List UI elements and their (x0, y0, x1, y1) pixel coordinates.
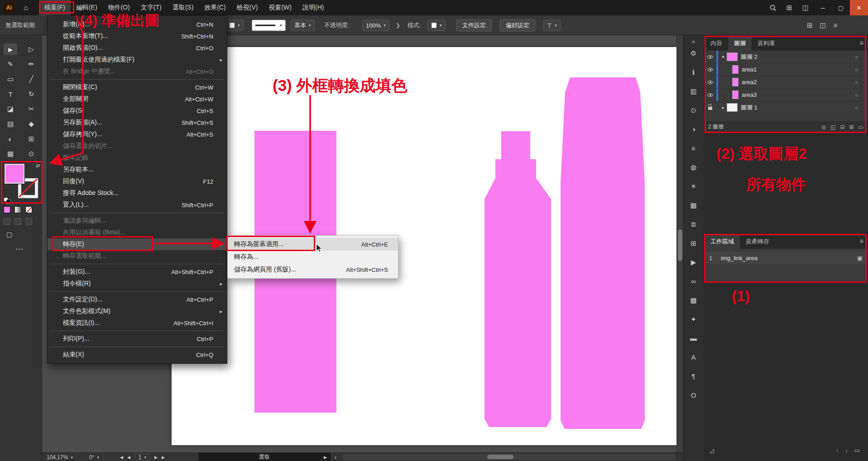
file-menu-item[interactable]: 封裝(G)... Alt+Shift+Ctrl+P (48, 266, 227, 278)
draw-normal-button[interactable] (4, 218, 10, 225)
file-menu-item[interactable]: 轉存(E) (48, 238, 227, 250)
close-button[interactable]: ✕ (850, 0, 868, 15)
artboard-row[interactable]: 1 img_link_area ▣ (705, 252, 867, 264)
file-menu-item[interactable]: 儲存(S) Ctrl+S (48, 105, 227, 117)
swap-fill-stroke-icon[interactable]: ⇄ (36, 163, 40, 169)
prev-artboard-icon[interactable]: ◀ (127, 455, 130, 460)
menubar-item[interactable]: 視窗(W) (263, 0, 297, 15)
preferences-button[interactable]: 偏好設定 (500, 19, 535, 31)
file-menu-item[interactable]: 關閉檔案(C) Ctrl+W (48, 81, 227, 93)
visibility-eye-icon[interactable] (705, 89, 716, 101)
file-menu-item[interactable]: 儲存拷貝(Y)... Alt+Ctrl+S (48, 128, 227, 140)
menubar-item[interactable]: 說明(H) (297, 0, 329, 15)
file-menu-item[interactable]: 文件色彩模式(M) (48, 305, 227, 317)
style-combo[interactable]: ▾ (427, 19, 446, 31)
fill-swatch[interactable] (5, 164, 24, 184)
document-setup-button[interactable]: 文件設定 (456, 19, 492, 31)
target-circle-icon[interactable]: ○ (855, 80, 858, 85)
gradient-button[interactable] (14, 206, 21, 213)
selection-column[interactable] (861, 76, 867, 88)
menubar-item[interactable]: 檔案(F) (39, 0, 71, 15)
target-circle-icon[interactable]: ○ (855, 92, 858, 98)
search-icon[interactable] (765, 0, 781, 15)
panel-menu-icon[interactable]: ≡ (860, 238, 863, 245)
vertical-scrollbar-thumb[interactable] (678, 229, 682, 261)
selection-column[interactable] (861, 51, 867, 63)
visibility-eye-icon[interactable] (705, 101, 716, 114)
menubar-item[interactable]: 效果(C) (199, 0, 231, 15)
menubar-item[interactable]: 選取(S) (167, 0, 199, 15)
pink-bottle-large[interactable] (561, 77, 645, 429)
panel-tab[interactable]: 資料庫 (752, 36, 781, 51)
trash-icon[interactable]: ▭ (854, 447, 860, 454)
file-menu-item[interactable]: 打開最近使用過的檔案(F) (48, 54, 227, 66)
last-artboard-icon[interactable]: ▶ (162, 455, 165, 460)
first-artboard-icon[interactable]: ◀ (120, 455, 123, 460)
align-options-combo[interactable]: ⊤▾ (543, 19, 561, 31)
file-menu-item[interactable]: 檔案資訊(I)... Alt+Shift+Ctrl+I (48, 317, 227, 329)
export-submenu-item[interactable]: 轉存為... (228, 251, 398, 263)
file-menu-item[interactable]: 文件設定(D)... Alt+Ctrl+P (48, 294, 227, 305)
target-circle-icon[interactable]: ○ (855, 67, 858, 72)
menubar-item[interactable]: 檢視(V) (231, 0, 264, 15)
artboard-icon[interactable]: ▣ (857, 255, 863, 261)
file-menu-item[interactable]: 開啟舊檔(O)... Ctrl+O (48, 42, 227, 54)
color-button[interactable] (4, 206, 10, 213)
draw-behind-button[interactable] (14, 218, 21, 225)
file-menu-item[interactable]: 在 Bridge 中瀏覽... Alt+Ctrl+O (48, 66, 227, 77)
file-menu-item[interactable]: 版本記錄 (48, 152, 227, 164)
zoom-level-combo[interactable]: 104.17%▾ (43, 453, 77, 461)
layer-thumbnail[interactable] (727, 52, 738, 61)
file-menu-item[interactable]: 另存範本... (48, 164, 227, 176)
stroke-width-combo[interactable]: ▾ (252, 19, 286, 31)
collapse-strip-icon[interactable]: ‹ (335, 453, 336, 461)
restore-button[interactable]: ▢ (832, 0, 850, 15)
file-menu-item[interactable]: 共用以供審核 (Beta)... (48, 227, 227, 238)
file-menu-item[interactable]: 從範本新增(T)... Shift+Ctrl+N (48, 30, 227, 42)
expand-panels-icon[interactable]: « (683, 38, 704, 45)
visibility-eye-icon[interactable] (705, 76, 716, 88)
layer-expand-chevron[interactable] (719, 105, 727, 110)
file-menu-item[interactable]: 搜尋 Adobe Stock... (48, 187, 227, 199)
rotation-combo[interactable]: 0°▾ (86, 453, 103, 461)
home-icon[interactable]: ⌂ (20, 0, 32, 15)
horizontal-scrollbar[interactable] (342, 454, 676, 460)
file-menu-item[interactable]: 回復(V) F12 (48, 176, 227, 187)
file-menu-item[interactable]: 邀請參與編輯... (48, 215, 227, 227)
target-circle-icon[interactable]: ○ (855, 105, 858, 110)
screen-mode-icon[interactable]: ▢ (6, 231, 12, 238)
brush-style-combo[interactable]: 基本▾ (291, 19, 315, 31)
file-menu-item[interactable]: 全部關閉 Alt+Ctrl+W (48, 93, 227, 105)
layer-name[interactable]: 圖層 2 (741, 53, 758, 61)
pink-bottle-small[interactable] (484, 131, 551, 427)
file-menu-item[interactable]: 列印(P)... Ctrl+P (48, 333, 227, 345)
export-submenu-item[interactable]: 轉存為螢幕適用... Alt+Ctrl+E (228, 238, 398, 251)
vertical-scrollbar[interactable] (676, 35, 683, 452)
opacity-combo[interactable]: 100%▾ (362, 19, 389, 31)
move-up-icon[interactable]: ↑ (836, 447, 839, 454)
layer-row[interactable]: 圖層 2 ○ (705, 51, 867, 63)
panel-menu-icon[interactable]: ≡ (860, 39, 863, 47)
horizontal-scrollbar-thumb[interactable] (487, 455, 513, 459)
layer-name[interactable]: area1 (742, 66, 757, 73)
visibility-eye-icon[interactable] (705, 63, 716, 76)
file-menu-item[interactable]: 結束(X) Ctrl+Q (48, 349, 227, 361)
layer-name[interactable]: 圖層 1 (741, 104, 758, 112)
more-options-chevron[interactable]: ❯ (396, 22, 400, 29)
layer-expand-chevron[interactable] (719, 54, 727, 59)
target-circle-icon[interactable]: ○ (855, 54, 858, 60)
selection-column[interactable] (861, 89, 867, 101)
file-menu-item[interactable]: 另存新檔(A)... Shift+Ctrl+S (48, 117, 227, 128)
none-button[interactable] (25, 206, 32, 213)
layer-row[interactable]: area1 ○ (705, 63, 867, 76)
panel-tab[interactable]: 工作區域 (705, 234, 740, 249)
file-menu-item[interactable]: 轉存選取範圍... (48, 250, 227, 262)
draw-inside-button[interactable] (25, 218, 32, 225)
edit-toolbar-icon[interactable]: ⋯ (15, 244, 23, 254)
layer-thumbnail[interactable] (732, 78, 739, 86)
selection-column[interactable] (861, 63, 867, 76)
layer-row[interactable]: 圖層 1 ○ (705, 101, 867, 114)
status-play-icon[interactable]: ▶ (324, 455, 327, 460)
minimize-button[interactable]: ─ (814, 0, 832, 15)
layer-name[interactable]: area2 (742, 79, 757, 86)
